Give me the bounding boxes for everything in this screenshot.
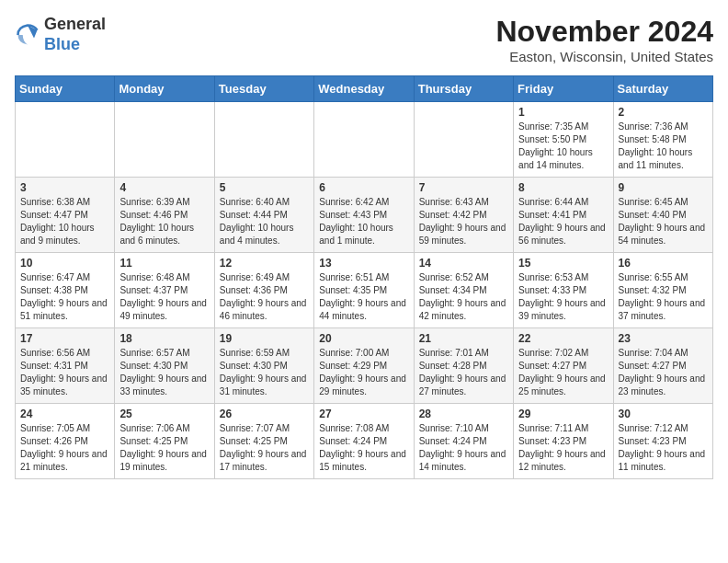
title-block: November 2024 Easton, Wisconsin, United …	[495, 15, 713, 64]
week-row-3: 17Sunrise: 6:56 AM Sunset: 4:31 PM Dayli…	[16, 328, 713, 404]
calendar-table: SundayMondayTuesdayWednesdayThursdayFrid…	[15, 75, 713, 479]
header-cell-friday: Friday	[514, 76, 613, 102]
day-number: 4	[119, 181, 209, 194]
calendar-cell: 24Sunrise: 7:05 AM Sunset: 4:26 PM Dayli…	[16, 404, 115, 479]
header-cell-thursday: Thursday	[414, 76, 513, 102]
logo: General Blue	[15, 15, 106, 54]
calendar-cell: 4Sunrise: 6:39 AM Sunset: 4:46 PM Daylig…	[115, 178, 214, 253]
week-row-0: 1Sunrise: 7:35 AM Sunset: 5:50 PM Daylig…	[16, 102, 713, 178]
day-number: 13	[319, 257, 408, 270]
day-detail: Sunrise: 7:12 AM Sunset: 4:23 PM Dayligh…	[619, 422, 708, 474]
calendar-cell: 27Sunrise: 7:08 AM Sunset: 4:24 PM Dayli…	[314, 404, 414, 479]
day-detail: Sunrise: 6:49 AM Sunset: 4:36 PM Dayligh…	[220, 271, 309, 323]
day-detail: Sunrise: 7:11 AM Sunset: 4:23 PM Dayligh…	[518, 422, 608, 474]
calendar-cell: 5Sunrise: 6:40 AM Sunset: 4:44 PM Daylig…	[214, 178, 313, 253]
day-number: 30	[619, 408, 708, 420]
day-detail: Sunrise: 6:39 AM Sunset: 4:46 PM Dayligh…	[119, 196, 209, 247]
calendar-cell: 19Sunrise: 6:59 AM Sunset: 4:30 PM Dayli…	[214, 328, 313, 404]
day-number: 23	[619, 332, 708, 345]
day-detail: Sunrise: 6:42 AM Sunset: 4:43 PM Dayligh…	[319, 196, 408, 247]
day-detail: Sunrise: 7:01 AM Sunset: 4:28 PM Dayligh…	[419, 347, 508, 398]
day-number: 19	[220, 332, 309, 345]
day-number: 14	[419, 257, 508, 270]
day-number: 26	[220, 408, 309, 420]
day-detail: Sunrise: 7:10 AM Sunset: 4:24 PM Dayligh…	[419, 422, 508, 474]
header-cell-sunday: Sunday	[16, 76, 115, 102]
calendar-cell: 3Sunrise: 6:38 AM Sunset: 4:47 PM Daylig…	[16, 178, 115, 253]
calendar-cell: 21Sunrise: 7:01 AM Sunset: 4:28 PM Dayli…	[414, 328, 513, 404]
day-detail: Sunrise: 7:00 AM Sunset: 4:29 PM Dayligh…	[319, 347, 408, 398]
day-number: 15	[518, 257, 608, 270]
day-detail: Sunrise: 6:56 AM Sunset: 4:31 PM Dayligh…	[20, 347, 109, 398]
day-detail: Sunrise: 6:47 AM Sunset: 4:38 PM Dayligh…	[20, 271, 109, 323]
day-detail: Sunrise: 6:59 AM Sunset: 4:30 PM Dayligh…	[220, 347, 309, 398]
day-number: 2	[619, 106, 708, 119]
header-cell-tuesday: Tuesday	[214, 76, 313, 102]
day-number: 11	[119, 257, 209, 270]
header-cell-wednesday: Wednesday	[314, 76, 414, 102]
day-number: 17	[20, 332, 109, 345]
day-number: 6	[319, 181, 408, 194]
day-number: 7	[419, 181, 508, 194]
day-detail: Sunrise: 6:52 AM Sunset: 4:34 PM Dayligh…	[419, 271, 508, 323]
day-number: 16	[619, 257, 708, 270]
day-detail: Sunrise: 6:45 AM Sunset: 4:40 PM Dayligh…	[619, 196, 708, 247]
calendar-cell: 30Sunrise: 7:12 AM Sunset: 4:23 PM Dayli…	[613, 404, 712, 479]
calendar-cell: 17Sunrise: 6:56 AM Sunset: 4:31 PM Dayli…	[16, 328, 115, 404]
day-number: 12	[220, 257, 309, 270]
calendar-cell	[16, 102, 115, 178]
day-detail: Sunrise: 6:51 AM Sunset: 4:35 PM Dayligh…	[319, 271, 408, 323]
day-number: 8	[518, 181, 608, 194]
day-detail: Sunrise: 6:40 AM Sunset: 4:44 PM Dayligh…	[220, 196, 309, 247]
calendar-subtitle: Easton, Wisconsin, United States	[495, 49, 713, 64]
calendar-header: SundayMondayTuesdayWednesdayThursdayFrid…	[16, 76, 713, 102]
day-detail: Sunrise: 6:57 AM Sunset: 4:30 PM Dayligh…	[119, 347, 209, 398]
day-detail: Sunrise: 7:04 AM Sunset: 4:27 PM Dayligh…	[619, 347, 708, 398]
day-detail: Sunrise: 7:35 AM Sunset: 5:50 PM Dayligh…	[518, 121, 608, 172]
day-number: 3	[20, 181, 109, 194]
day-number: 20	[319, 332, 408, 345]
day-detail: Sunrise: 6:43 AM Sunset: 4:42 PM Dayligh…	[419, 196, 508, 247]
day-number: 22	[518, 332, 608, 345]
calendar-cell: 10Sunrise: 6:47 AM Sunset: 4:38 PM Dayli…	[16, 253, 115, 328]
calendar-cell: 1Sunrise: 7:35 AM Sunset: 5:50 PM Daylig…	[514, 102, 613, 178]
day-detail: Sunrise: 7:08 AM Sunset: 4:24 PM Dayligh…	[319, 422, 408, 474]
calendar-cell	[414, 102, 513, 178]
day-number: 10	[20, 257, 109, 270]
day-number: 21	[419, 332, 508, 345]
header-cell-saturday: Saturday	[613, 76, 712, 102]
day-detail: Sunrise: 6:44 AM Sunset: 4:41 PM Dayligh…	[518, 196, 608, 247]
calendar-cell: 23Sunrise: 7:04 AM Sunset: 4:27 PM Dayli…	[613, 328, 712, 404]
logo-icon	[15, 22, 40, 48]
day-detail: Sunrise: 7:05 AM Sunset: 4:26 PM Dayligh…	[20, 422, 109, 474]
week-row-2: 10Sunrise: 6:47 AM Sunset: 4:38 PM Dayli…	[16, 253, 713, 328]
calendar-cell: 18Sunrise: 6:57 AM Sunset: 4:30 PM Dayli…	[115, 328, 214, 404]
calendar-cell: 11Sunrise: 6:48 AM Sunset: 4:37 PM Dayli…	[115, 253, 214, 328]
calendar-cell: 13Sunrise: 6:51 AM Sunset: 4:35 PM Dayli…	[314, 253, 414, 328]
day-number: 25	[119, 408, 209, 420]
calendar-cell: 26Sunrise: 7:07 AM Sunset: 4:25 PM Dayli…	[214, 404, 313, 479]
calendar-cell: 6Sunrise: 6:42 AM Sunset: 4:43 PM Daylig…	[314, 178, 414, 253]
day-detail: Sunrise: 7:07 AM Sunset: 4:25 PM Dayligh…	[220, 422, 309, 474]
calendar-cell	[314, 102, 414, 178]
day-detail: Sunrise: 7:36 AM Sunset: 5:48 PM Dayligh…	[619, 121, 708, 172]
day-detail: Sunrise: 7:02 AM Sunset: 4:27 PM Dayligh…	[518, 347, 608, 398]
day-detail: Sunrise: 7:06 AM Sunset: 4:25 PM Dayligh…	[119, 422, 209, 474]
day-number: 29	[518, 408, 608, 420]
calendar-cell: 2Sunrise: 7:36 AM Sunset: 5:48 PM Daylig…	[613, 102, 712, 178]
calendar-cell: 29Sunrise: 7:11 AM Sunset: 4:23 PM Dayli…	[514, 404, 613, 479]
day-detail: Sunrise: 6:53 AM Sunset: 4:33 PM Dayligh…	[518, 271, 608, 323]
calendar-cell: 9Sunrise: 6:45 AM Sunset: 4:40 PM Daylig…	[613, 178, 712, 253]
day-number: 24	[20, 408, 109, 420]
day-number: 28	[419, 408, 508, 420]
calendar-title: November 2024	[495, 15, 713, 49]
day-detail: Sunrise: 6:55 AM Sunset: 4:32 PM Dayligh…	[619, 271, 708, 323]
day-number: 1	[518, 106, 608, 119]
logo-general: General	[44, 15, 106, 35]
calendar-cell: 14Sunrise: 6:52 AM Sunset: 4:34 PM Dayli…	[414, 253, 513, 328]
logo-blue: Blue	[44, 35, 106, 55]
day-number: 18	[119, 332, 209, 345]
calendar-cell	[214, 102, 313, 178]
calendar-cell: 25Sunrise: 7:06 AM Sunset: 4:25 PM Dayli…	[115, 404, 214, 479]
calendar-cell: 22Sunrise: 7:02 AM Sunset: 4:27 PM Dayli…	[514, 328, 613, 404]
